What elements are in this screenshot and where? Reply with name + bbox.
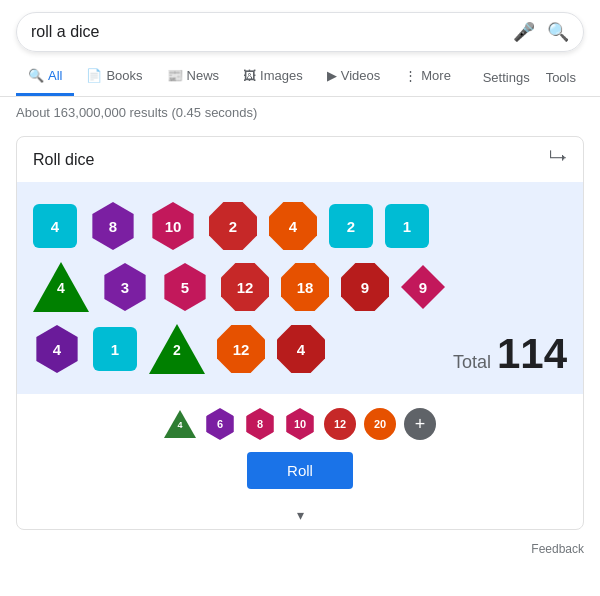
dice-row-1: 4 8 10 2 4 2 1 bbox=[33, 202, 429, 250]
roll-button[interactable]: Roll bbox=[247, 452, 353, 489]
die-1-6[interactable]: 2 bbox=[329, 204, 373, 248]
tab-more-label: More bbox=[421, 68, 451, 83]
tab-books[interactable]: 📄 Books bbox=[74, 58, 154, 96]
tab-images[interactable]: 🖼 Images bbox=[231, 58, 315, 96]
die-selector-d4[interactable]: 4 bbox=[164, 410, 196, 438]
tab-more[interactable]: ⋮ More bbox=[392, 58, 463, 96]
die-3-3[interactable]: 2 bbox=[149, 324, 205, 374]
tab-books-label: Books bbox=[106, 68, 142, 83]
dice-area: 4 8 10 2 4 2 1 4 bbox=[17, 182, 583, 394]
die-2-2[interactable]: 3 bbox=[101, 263, 149, 311]
tab-videos[interactable]: ▶ Videos bbox=[315, 58, 393, 96]
search-bar: 🎤 🔍 bbox=[16, 12, 584, 52]
die-selector-d8[interactable]: 8 bbox=[244, 408, 276, 440]
die-1-5[interactable]: 4 bbox=[269, 202, 317, 250]
tab-news-label: News bbox=[187, 68, 220, 83]
videos-icon: ▶ bbox=[327, 68, 337, 83]
expand-arrow[interactable]: ▾ bbox=[17, 501, 583, 529]
news-icon: 📰 bbox=[167, 68, 183, 83]
microphone-icon[interactable]: 🎤 bbox=[513, 21, 535, 43]
card-header: Roll dice ⮡ bbox=[17, 137, 583, 182]
tab-news[interactable]: 📰 News bbox=[155, 58, 232, 96]
results-info: About 163,000,000 results (0.45 seconds) bbox=[0, 97, 600, 128]
nav-tabs: 🔍 All 📄 Books 📰 News 🖼 Images ▶ Videos ⋮… bbox=[0, 58, 600, 97]
dice-card: Roll dice ⮡ 4 8 10 2 4 2 1 bbox=[16, 136, 584, 530]
die-2-7[interactable]: 9 bbox=[401, 265, 445, 309]
die-selector-d20[interactable]: 20 bbox=[364, 408, 396, 440]
die-1-3[interactable]: 10 bbox=[149, 202, 197, 250]
die-1-4[interactable]: 2 bbox=[209, 202, 257, 250]
dice-row-3: 4 1 2 12 4 bbox=[33, 324, 325, 374]
die-3-2[interactable]: 1 bbox=[93, 327, 137, 371]
tab-all-label: All bbox=[48, 68, 62, 83]
die-3-5[interactable]: 4 bbox=[277, 325, 325, 373]
die-3-1[interactable]: 4 bbox=[33, 325, 81, 373]
die-selector-d12[interactable]: 12 bbox=[324, 408, 356, 440]
search-icons: 🎤 🔍 bbox=[513, 21, 569, 43]
die-2-5[interactable]: 18 bbox=[281, 263, 329, 311]
feedback-link[interactable]: Feedback bbox=[0, 538, 600, 564]
die-1-2[interactable]: 8 bbox=[89, 202, 137, 250]
die-1-1[interactable]: 4 bbox=[33, 204, 77, 248]
die-2-4[interactable]: 12 bbox=[221, 263, 269, 311]
die-1-7[interactable]: 1 bbox=[385, 204, 429, 248]
dice-row-2: 4 3 5 12 18 9 9 bbox=[33, 262, 445, 312]
tab-all[interactable]: 🔍 All bbox=[16, 58, 74, 96]
die-selector-d10[interactable]: 10 bbox=[284, 408, 316, 440]
tools-link[interactable]: Tools bbox=[538, 60, 584, 95]
more-icon: ⋮ bbox=[404, 68, 417, 83]
images-icon: 🖼 bbox=[243, 68, 256, 83]
die-2-1[interactable]: 4 bbox=[33, 262, 89, 312]
total-label: Total bbox=[453, 352, 491, 373]
tab-images-label: Images bbox=[260, 68, 303, 83]
dice-controls: 4 6 8 10 12 20 + bbox=[17, 394, 583, 448]
card-title: Roll dice bbox=[33, 151, 94, 169]
die-3-4[interactable]: 12 bbox=[217, 325, 265, 373]
books-icon: 📄 bbox=[86, 68, 102, 83]
total-value: 114 bbox=[497, 330, 567, 378]
all-icon: 🔍 bbox=[28, 68, 44, 83]
die-2-6[interactable]: 9 bbox=[341, 263, 389, 311]
die-selector-add[interactable]: + bbox=[404, 408, 436, 440]
search-input[interactable] bbox=[31, 23, 513, 41]
tab-videos-label: Videos bbox=[341, 68, 381, 83]
die-2-3[interactable]: 5 bbox=[161, 263, 209, 311]
total-container: Total 114 bbox=[453, 330, 567, 378]
share-icon[interactable]: ⮡ bbox=[549, 149, 567, 170]
search-icon[interactable]: 🔍 bbox=[547, 21, 569, 43]
settings-link[interactable]: Settings bbox=[475, 60, 538, 95]
die-selector-d6[interactable]: 6 bbox=[204, 408, 236, 440]
